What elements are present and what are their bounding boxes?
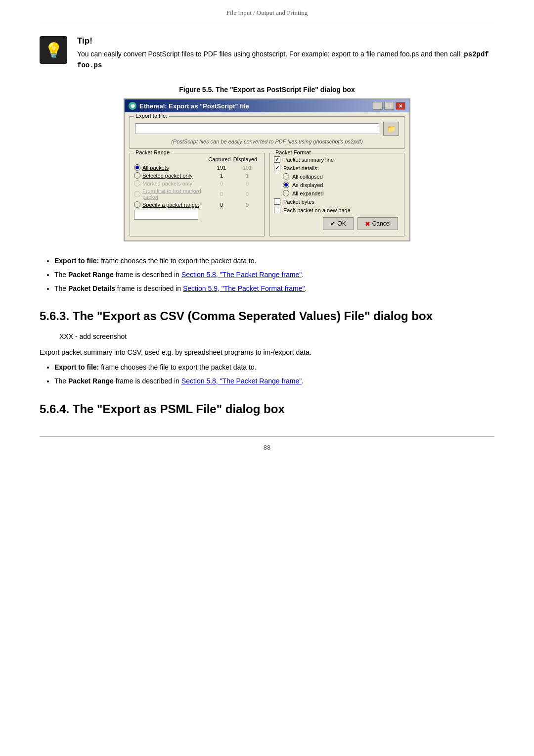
packet-range-box: Packet Range Captured Displayed All pack…	[130, 153, 265, 236]
selected-radio[interactable]	[134, 172, 140, 179]
lightbulb-icon: 💡	[44, 42, 63, 59]
as-displayed-label: As displayed	[292, 182, 323, 188]
displayed-col-label: Displayed	[232, 156, 258, 162]
packet-summary-label: Packet summary line	[283, 157, 334, 163]
tip-box: 💡 Tip! You can easily convert PostScript…	[40, 36, 494, 71]
tip-icon: 💡	[40, 36, 67, 64]
packet-format-box: Packet Format Packet summary line Packet…	[269, 153, 404, 236]
s563-b2-bold: Packet Range	[68, 377, 114, 385]
dialog-wrapper: ◉ Ethereal: Export as "PostScript" file …	[40, 98, 494, 241]
marked-radio	[134, 180, 140, 187]
new-page-label: Each packet on a new page	[283, 207, 351, 213]
specify-captured: 0	[209, 202, 234, 208]
pf-new-page-row: Each packet on a new page	[274, 207, 400, 213]
range-row-specify: Specify a packet range: 0 0	[134, 201, 260, 208]
packet-details-label: Packet details:	[283, 165, 319, 171]
first-to-last-captured: 0	[209, 191, 234, 197]
marked-label: Marked packets only	[134, 180, 209, 187]
packet-details-link[interactable]: Section 5.9, "The Packet Format frame"	[183, 284, 305, 292]
selected-displayed: 1	[234, 173, 260, 179]
ok-button[interactable]: ✔ OK	[323, 217, 353, 230]
bullets-after-dialog: Export to file: frame chooses the file t…	[54, 255, 494, 294]
selected-captured: 1	[209, 173, 234, 179]
first-to-last-displayed: 0	[234, 191, 260, 197]
packet-details-checkbox[interactable]	[274, 165, 280, 171]
marked-captured: 0	[209, 181, 234, 187]
specify-radio[interactable]	[134, 201, 140, 208]
pf-as-displayed-row: As displayed	[274, 182, 400, 188]
bullet3-bold: Packet Details	[68, 284, 115, 292]
ok-label: OK	[337, 220, 346, 227]
captured-col-label: Captured	[207, 156, 232, 162]
range-row-selected: Selected packet only 1 1	[134, 172, 260, 179]
all-packets-radio[interactable]	[134, 164, 140, 171]
bullet1-text: frame chooses the file to export the pac…	[101, 257, 256, 265]
first-to-last-text: From first to last marked packet	[142, 188, 209, 200]
pf-details-row: Packet details:	[274, 165, 400, 171]
specify-displayed: 0	[234, 202, 260, 208]
page-footer: 88	[40, 436, 494, 451]
marked-displayed: 0	[234, 181, 260, 187]
pf-summary-line-row: Packet summary line	[274, 156, 400, 163]
range-header: Captured Displayed	[134, 156, 260, 162]
tip-text-before: You can easily convert PostScript files …	[77, 50, 464, 58]
file-path-input[interactable]	[135, 123, 379, 134]
section-563-heading: 5.6.3. The "Export as CSV (Comma Seperat…	[40, 308, 494, 324]
close-button[interactable]: ✕	[396, 102, 405, 110]
packet-bytes-checkbox[interactable]	[274, 198, 280, 205]
selected-label: Selected packet only	[134, 172, 209, 179]
all-packets-captured: 191	[209, 165, 234, 171]
dialog-body: Export to file: 📁 (PostScript files can …	[125, 112, 409, 240]
dialog-box: ◉ Ethereal: Export as "PostScript" file …	[124, 98, 410, 241]
range-row-all-packets: All packets 191 191	[134, 164, 260, 171]
all-expanded-radio[interactable]	[283, 190, 289, 196]
as-displayed-radio[interactable]	[283, 182, 289, 188]
bullet-packet-details: The Packet Details frame is described in…	[54, 283, 494, 295]
page-number: 88	[264, 444, 270, 451]
marked-text: Marked packets only	[142, 181, 192, 187]
tip-title: Tip!	[77, 36, 494, 46]
bullet2-bold: Packet Range	[68, 271, 114, 279]
all-expanded-label: All expanded	[292, 190, 324, 196]
all-collapsed-radio[interactable]	[283, 173, 289, 180]
all-packets-displayed: 191	[234, 165, 260, 171]
ok-icon: ✔	[330, 220, 335, 227]
ps2pdf-note: (PostScript files can be easily converte…	[135, 139, 399, 144]
file-input-row: 📁	[135, 122, 399, 136]
dialog-footer: ✔ OK ✖ Cancel	[274, 217, 400, 232]
first-to-last-label: From first to last marked packet	[134, 188, 209, 200]
pf-all-expanded-row: All expanded	[274, 190, 400, 196]
export-group-label: Export to file:	[134, 113, 169, 119]
dialog-title: Ethereal: Export as "PostScript" file	[139, 102, 249, 110]
specify-text: Specify a packet range:	[142, 202, 199, 208]
packet-bytes-label: Packet bytes	[283, 199, 314, 205]
range-input-row	[134, 210, 260, 220]
s563-b1-bold: Export to file:	[54, 363, 99, 371]
figure-caption: Figure 5.5. The "Export as PostScript Fi…	[40, 86, 494, 94]
bullet-export-to-file: Export to file: frame chooses the file t…	[54, 255, 494, 267]
cancel-label: Cancel	[372, 220, 391, 227]
packet-summary-checkbox[interactable]	[274, 156, 280, 163]
titlebar-left: ◉ Ethereal: Export as "PostScript" file	[129, 102, 249, 110]
s563-packet-range-link[interactable]: Section 5.8, "The Packet Range frame"	[181, 377, 302, 385]
pf-all-collapsed-row: All collapsed	[274, 173, 400, 180]
page-header-title: File Input / Output and Printing	[226, 9, 308, 16]
packet-format-label: Packet Format	[274, 149, 312, 155]
section-563-placeholder: XXX - add screenshot	[59, 331, 494, 342]
file-browse-button[interactable]: 📁	[383, 122, 399, 136]
minimize-button[interactable]: _	[373, 102, 383, 110]
all-packets-label: All packets	[134, 164, 209, 171]
packet-range-link[interactable]: Section 5.8, "The Packet Range frame"	[181, 271, 302, 279]
all-collapsed-label: All collapsed	[292, 174, 323, 180]
bullet1-bold: Export to file:	[54, 257, 99, 265]
range-text-input[interactable]	[134, 210, 198, 220]
maximize-button[interactable]: □	[384, 102, 394, 110]
export-to-file-group: Export to file: 📁 (PostScript files can …	[130, 116, 404, 149]
packet-range-label: Packet Range	[134, 149, 171, 155]
new-page-checkbox[interactable]	[274, 207, 280, 213]
all-packets-text: All packets	[142, 165, 169, 171]
lower-panels: Packet Range Captured Displayed All pack…	[130, 153, 404, 236]
s563-bullet-export: Export to file: frame chooses the file t…	[54, 362, 494, 374]
cancel-button[interactable]: ✖ Cancel	[357, 217, 398, 230]
pf-bytes-row: Packet bytes	[274, 198, 400, 205]
